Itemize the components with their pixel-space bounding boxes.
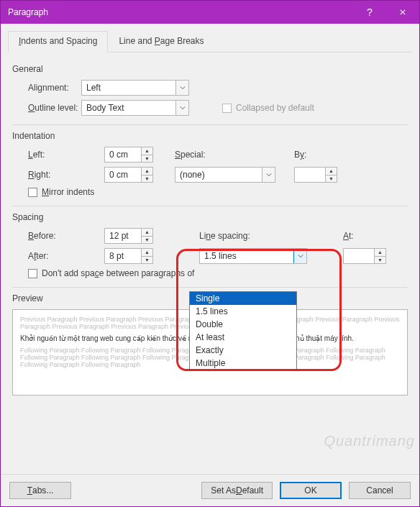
set-default-button[interactable]: Set As Default [201, 482, 273, 499]
spin-down-icon[interactable]: ▼ [326, 175, 337, 183]
line-spacing-option[interactable]: Multiple [190, 357, 296, 370]
section-spacing: Spacing [12, 212, 408, 222]
client-area: Indents and Spacing Line and Page Breaks… [1, 24, 419, 474]
outline-label: Outline level: [12, 103, 81, 113]
spin-down-icon[interactable]: ▼ [375, 257, 385, 264]
tab-indents-spacing[interactable]: Indents and Spacing [8, 31, 108, 52]
close-button[interactable] [386, 1, 419, 24]
line-spacing-option[interactable]: At least [190, 331, 296, 344]
indent-left-label: Left: [12, 150, 81, 160]
section-general: General [12, 64, 408, 74]
spin-up-icon[interactable]: ▲ [142, 147, 152, 155]
spin-down-icon[interactable]: ▼ [142, 257, 152, 264]
line-spacing-option[interactable]: 1.5 lines [190, 305, 296, 318]
line-spacing-combo[interactable]: 1.5 lines [199, 248, 307, 264]
outline-combo[interactable]: Body Text [81, 100, 189, 116]
after-spin[interactable]: 8 pt ▲▼ [104, 248, 153, 264]
spin-up-icon[interactable]: ▲ [142, 249, 152, 257]
spin-up-icon[interactable]: ▲ [375, 249, 385, 257]
line-spacing-option[interactable]: Single [190, 292, 296, 305]
by-spin[interactable]: ▲▼ [294, 167, 337, 183]
at-label: At: [343, 231, 408, 241]
line-spacing-dropdown[interactable]: Single1.5 linesDoubleAt leastExactlyMult… [189, 291, 297, 370]
line-spacing-label: Line spacing: [175, 231, 337, 241]
collapsed-checkbox: Collapsed by default [222, 103, 314, 113]
chevron-down-icon [293, 249, 306, 263]
before-spin[interactable]: 12 pt ▲▼ [104, 228, 153, 244]
titlebar: Paragraph ? [1, 1, 419, 24]
before-label: Before: [12, 231, 81, 241]
at-spin[interactable]: ▲▼ [343, 248, 386, 264]
special-combo[interactable]: (none) [175, 167, 275, 183]
footer: Tabs... Set As Default OK Cancel [1, 474, 419, 506]
indent-right-label: Right: [12, 170, 81, 180]
after-label: After: [12, 251, 81, 261]
spin-up-icon[interactable]: ▲ [142, 168, 152, 175]
chevron-down-icon [175, 101, 188, 115]
chevron-down-icon [262, 168, 275, 182]
spin-up-icon[interactable]: ▲ [326, 168, 337, 175]
indent-right-spin[interactable]: 0 cm ▲▼ [104, 167, 153, 183]
alignment-combo[interactable]: Left [81, 80, 189, 96]
paragraph-dialog: Paragraph ? Indents and Spacing Line and… [0, 0, 420, 507]
tabs-button[interactable]: Tabs... [9, 482, 71, 499]
special-label: Special: [175, 150, 288, 160]
spin-down-icon[interactable]: ▼ [142, 155, 152, 163]
close-icon [400, 9, 406, 15]
chevron-down-icon [175, 81, 188, 95]
tab-panel: General Alignment: Left Outline level: B… [8, 55, 412, 468]
spin-down-icon[interactable]: ▼ [142, 237, 152, 244]
tab-line-page-breaks[interactable]: Line and Page Breaks [108, 31, 214, 52]
alignment-label: Alignment: [12, 83, 81, 93]
tabstrip: Indents and Spacing Line and Page Breaks [8, 31, 412, 52]
line-spacing-option[interactable]: Double [190, 318, 296, 331]
by-label: By: [294, 150, 408, 160]
no-space-checkbox[interactable]: Don't add space between paragraphs of [28, 268, 194, 278]
cancel-button[interactable]: Cancel [349, 482, 411, 499]
spin-up-icon[interactable]: ▲ [142, 229, 152, 237]
window-title: Paragraph [8, 7, 353, 17]
help-button[interactable]: ? [353, 1, 386, 24]
mirror-indents-checkbox[interactable]: Mirror indents [28, 187, 94, 197]
indent-left-spin[interactable]: 0 cm ▲▼ [104, 147, 153, 163]
section-indentation: Indentation [12, 131, 408, 141]
ok-button[interactable]: OK [280, 482, 342, 499]
line-spacing-option[interactable]: Exactly [190, 344, 296, 357]
spin-down-icon[interactable]: ▼ [142, 175, 152, 183]
